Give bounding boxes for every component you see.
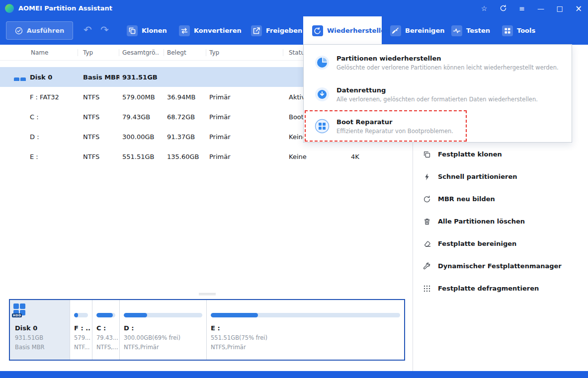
row-name: C :	[0, 113, 78, 121]
disk-map-disk0[interactable]: HDD Disk 0 931.51GB Basis MBR	[10, 300, 70, 360]
row-name: Disk 0	[30, 74, 52, 81]
row-typ2: Primär	[206, 113, 283, 121]
tab-tools[interactable]: Tools	[502, 16, 535, 45]
splitter-handle[interactable]	[199, 293, 216, 295]
column-header-gesamtgroesse[interactable]: Gesamtgrö..	[119, 49, 164, 56]
boot-repair-icon	[315, 119, 330, 134]
partition-block-d[interactable]: D : 300.00GB(69% frei) NTFS,Primär	[119, 300, 206, 360]
dropdown-item-title: Boot Reparatur	[336, 118, 453, 126]
dropdown-item-partitionen-wiederherstellen[interactable]: Partitionen wiederherstellen Gelöschte o…	[304, 48, 572, 77]
tab-label: Bereinigen	[405, 27, 445, 34]
tab-label: Tools	[517, 27, 535, 34]
table-row-e[interactable]: E : NTFS 551.51GB 135.60GB Primär Keine …	[0, 147, 413, 166]
row-typ: Basis MBR	[78, 74, 119, 81]
column-header-typ[interactable]: Typ	[78, 49, 119, 56]
dropdown-item-title: Datenrettung	[336, 86, 538, 94]
row-belegt: 36.94MB	[164, 93, 206, 101]
partition-fs: NTF...	[74, 344, 89, 351]
partition-usage-bar	[96, 313, 115, 317]
partition-size: 300.00GB(69% frei)	[124, 334, 180, 341]
menu-item-mbr-neu-bilden[interactable]: MBR neu bilden	[413, 188, 588, 210]
column-header-typ2[interactable]: Typ	[206, 49, 283, 56]
share-icon	[251, 25, 262, 36]
menu-item-festplatte-klonen[interactable]: Festplatte klonen	[413, 143, 588, 165]
menu-item-label: MBR neu bilden	[438, 195, 495, 203]
partition-fs: NTFS,Primär	[124, 344, 159, 351]
tab-testen[interactable]: Testen	[451, 16, 490, 45]
wipe-disk-icon	[423, 240, 431, 248]
tab-label: Freigeben	[266, 27, 302, 34]
minimize-button[interactable]: —	[531, 0, 550, 16]
row-gesamt: 931.51GB	[119, 74, 164, 81]
sync-icon[interactable]	[494, 0, 512, 16]
clone-icon	[127, 25, 138, 36]
row-belegt: 68.72GB	[164, 113, 206, 121]
row-gesamt: 579.00MB	[119, 93, 164, 101]
row-typ: NTFS	[78, 133, 119, 141]
app-title: AOMEI Partition Assistant	[18, 4, 112, 12]
column-header-name[interactable]: Name	[0, 49, 78, 56]
menu-item-schnell-partitionieren[interactable]: Schnell partitionieren	[413, 165, 588, 188]
partition-usage-bar	[74, 313, 88, 317]
status-bar	[0, 371, 588, 378]
row-status: Keine	[283, 153, 348, 160]
partition-label: E :	[211, 324, 220, 332]
redo-button[interactable]: ↷	[100, 23, 109, 36]
tools-icon	[502, 25, 513, 36]
row-typ2: Primär	[206, 153, 283, 160]
menu-item-label: Festplatte bereinigen	[438, 240, 516, 247]
partition-block-c[interactable]: C : 79.43... NTFS,...	[92, 300, 119, 360]
partition-size: 579...	[74, 334, 90, 341]
partition-block-e[interactable]: E : 551.51GB(75% frei) NTFS,Primär	[206, 300, 404, 360]
close-button[interactable]: ×	[569, 0, 588, 16]
column-header-belegt[interactable]: Belegt	[164, 49, 206, 56]
tab-label: Klonen	[142, 27, 167, 34]
row-name: E :	[0, 153, 78, 160]
row-gesamt: 79.43GB	[119, 113, 164, 121]
clean-icon	[390, 25, 401, 36]
menu-item-dynamischer-festplattenmanager[interactable]: Dynamischer Festplattenmanager	[413, 255, 588, 277]
test-icon	[451, 25, 462, 36]
partition-size: 551.51GB(75% frei)	[211, 334, 267, 341]
tab-wiederherstellen[interactable]: Wiederherstellen	[303, 16, 382, 45]
disk-name: Disk 0	[15, 324, 37, 332]
tab-bereinigen[interactable]: Bereinigen	[390, 16, 445, 45]
maximize-button[interactable]: □	[550, 0, 569, 16]
menu-item-alle-partitionen-loeschen[interactable]: Alle Partitionen löschen	[413, 210, 588, 232]
tab-label: Konvertieren	[194, 27, 242, 34]
star-icon[interactable]: ☆	[475, 0, 494, 16]
apply-button-label: Ausführen	[27, 27, 65, 34]
disk-actions-menu: Festplatte klonen Schnell partitionieren…	[413, 143, 588, 300]
partition-block-f[interactable]: F : ... 579... NTF...	[70, 300, 92, 360]
partition-label: F : ...	[74, 324, 91, 332]
partition-usage-fill	[124, 313, 147, 317]
rebuild-mbr-icon	[423, 195, 431, 203]
partition-usage-fill	[211, 313, 258, 317]
menu-item-festplatte-defragmentieren[interactable]: Festplatte defragmentieren	[413, 277, 588, 300]
undo-button[interactable]: ↶	[84, 23, 92, 36]
dropdown-item-boot-reparatur[interactable]: Boot Reparatur Effiziente Reparatur von …	[304, 111, 572, 141]
disk-size: 931.51GB	[15, 334, 43, 341]
hamburger-icon[interactable]: ≡	[512, 0, 531, 16]
window-controls: ☆ ≡ — □ ×	[475, 0, 588, 16]
row-align: 4K	[348, 153, 413, 160]
dropdown-item-datenrettung[interactable]: Datenrettung Alle verlorenen, gelöschten…	[304, 79, 572, 109]
menu-item-label: Alle Partitionen löschen	[438, 218, 525, 225]
quick-partition-icon	[423, 173, 431, 181]
partition-label: D :	[124, 324, 134, 332]
menu-item-label: Festplatte klonen	[438, 151, 502, 158]
tab-konvertieren[interactable]: Konvertieren	[179, 16, 242, 45]
menu-item-label: Dynamischer Festplattenmanager	[438, 262, 562, 270]
row-name: D :	[0, 133, 78, 141]
menu-item-festplatte-bereinigen[interactable]: Festplatte bereinigen	[413, 232, 588, 255]
restore-icon	[312, 25, 323, 36]
disk-type: Basis MBR	[15, 344, 45, 351]
defrag-icon	[423, 285, 431, 293]
tab-klonen[interactable]: Klonen	[127, 16, 167, 45]
disk-map: HDD Disk 0 931.51GB Basis MBR F : ... 57…	[9, 299, 405, 361]
dropdown-item-desc: Effiziente Reparatur von Bootproblemen.	[336, 128, 453, 135]
row-name: F : FAT32	[0, 93, 78, 101]
apply-button[interactable]: Ausführen	[6, 21, 73, 40]
partition-size: 79.43...	[96, 334, 118, 341]
tab-freigeben[interactable]: Freigeben	[251, 16, 302, 45]
